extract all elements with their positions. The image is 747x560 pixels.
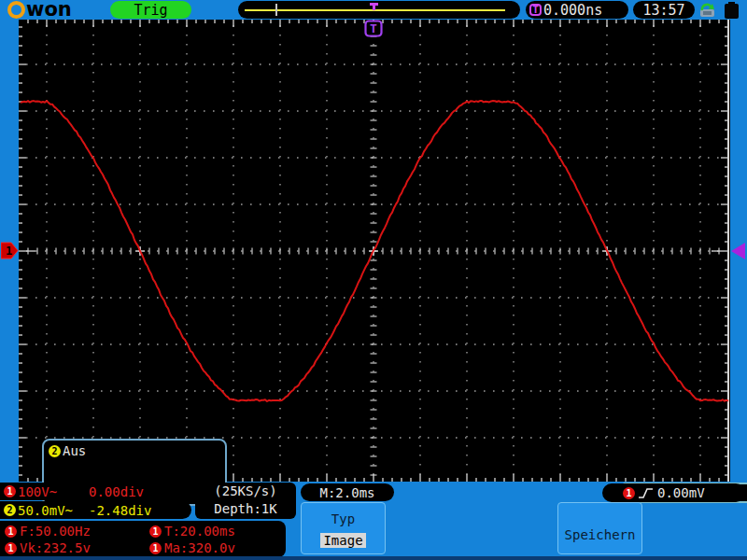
measurement-max: Ma:320.0v [164,540,235,555]
waveform-display: T 2 Aus 1 50.0112Hz [19,20,730,482]
save-button[interactable]: Speichern [557,502,642,554]
svg-text:1: 1 [6,245,12,258]
measurements-panel: 1 F:50.00Hz 1 T:20.00ms 1 Vk:232.5v 1 Ma… [0,521,286,557]
ch2-settings-readout: 2 50.0mV~ -2.48div [0,501,191,519]
measurement-frequency: F:50.00Hz [20,524,91,539]
trigger-level-marker [731,243,745,259]
owon-logo: won [7,1,72,19]
display-window-marker [275,4,277,16]
memory-depth: Depth:1K [195,500,296,518]
sample-rate: (25KS/s) [195,483,296,500]
clock: 13:57 [633,1,695,19]
trigger-status-badge: Trig [110,1,191,19]
ch1-badge: 1 [4,485,16,497]
trigger-time-readout: T 0.000ns [526,1,628,19]
usb-storage-icon [698,2,718,19]
type-button-label: Typ [302,511,385,526]
oscilloscope-screen: won Trig T 0.000ns 13:57 T 2 [0,0,747,560]
measurement-vk: Vk:232.5v [20,540,91,555]
ch1-volts-per-div: 100V~ [18,484,57,499]
trigger-time-value: 0.000ns [543,2,602,19]
trigger-level-value: 0.00mV [657,485,705,500]
measurement-badge: 1 [5,525,17,538]
measurement-badge: 1 [5,542,17,554]
ch2-badge: 2 [4,504,16,516]
trigger-settings-readout: 1 0.00mV [602,483,745,502]
acquisition-readout: (25KS/s) Depth:1K [195,483,296,519]
measurement-period: T:20.00ms [164,524,235,539]
trigger-t-icon: T [529,4,542,16]
save-button-label: Speichern [565,527,636,542]
trigger-source-badge: 1 [623,487,635,499]
owon-logo-ring-icon [7,1,25,19]
rising-edge-icon [638,486,655,499]
bottom-edge-strip [0,556,747,560]
type-button-value: Image [320,533,365,548]
trigger-position-t-icon [370,3,378,6]
owon-logo-text: won [26,1,72,19]
timebase-readout: M:2.0ms [301,483,394,501]
ch2-badge: 2 [49,445,61,457]
svg-text:T: T [370,21,377,35]
ch1-settings-readout: 1 100V~ 0.00div [0,483,191,500]
ch1-offset: 0.00div [89,484,144,499]
measurement-badge: 1 [149,542,162,554]
ch2-offset: -2.48div [89,503,151,518]
type-image-button[interactable]: Typ Image [301,502,386,554]
graticule-and-trace: T [19,20,730,482]
battery-icon [725,2,739,19]
ch2-volts-per-div: 50.0mV~ [18,503,73,518]
top-bar: won Trig T 0.000ns 13:57 [0,0,747,20]
ch1-ground-marker: 1 [1,242,19,259]
ch2-status-text: Aus [63,443,86,458]
measurement-badge: 1 [149,525,162,538]
trigger-position-indicator [238,1,520,19]
